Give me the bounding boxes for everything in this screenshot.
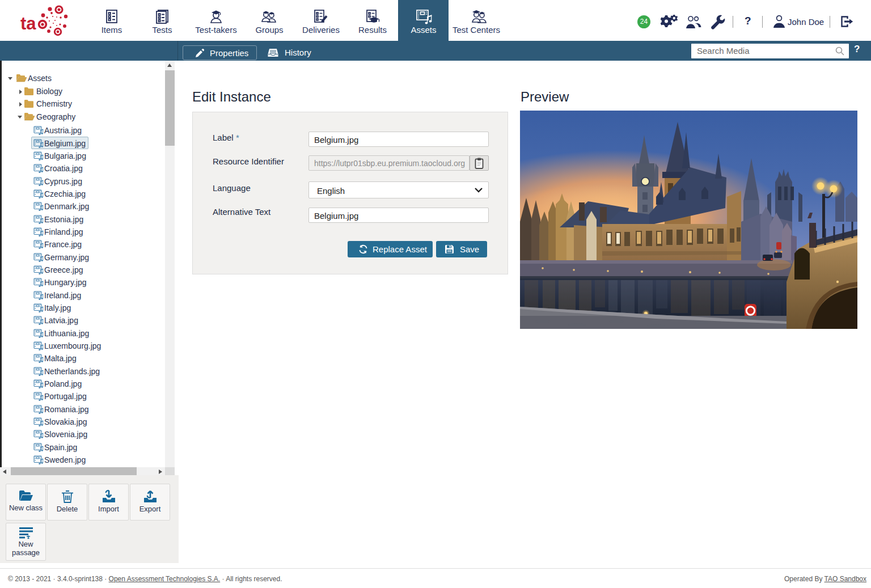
svg-text:ta: ta [20, 14, 36, 33]
